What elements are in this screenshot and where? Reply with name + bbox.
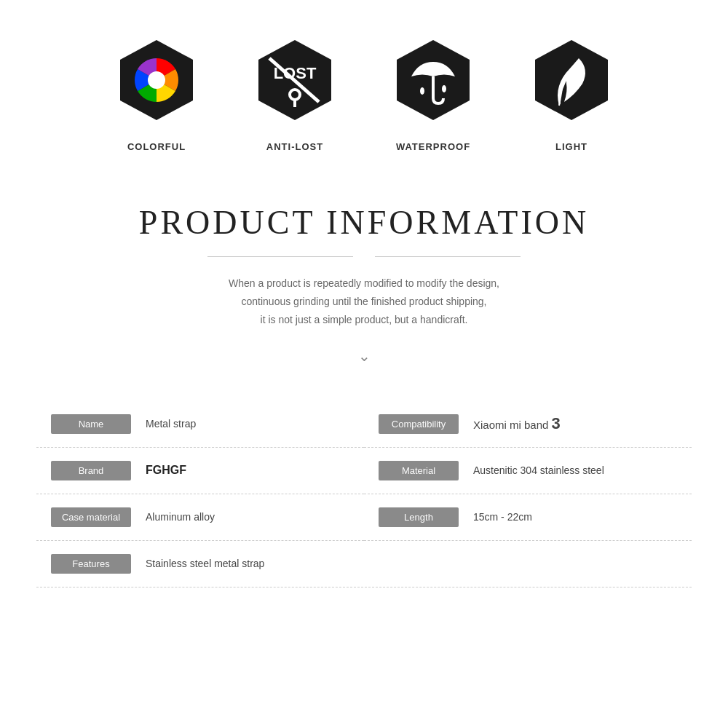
product-info-section: PRODUCT INFORMATION When a product is re…: [15, 181, 713, 394]
spec-value-name: Metal strap: [146, 418, 349, 430]
waterproof-icon: [386, 36, 480, 131]
svg-point-1: [148, 71, 165, 89]
svg-point-9: [420, 87, 424, 95]
colorful-icon: [109, 36, 204, 131]
anti-lost-icon: LOST: [248, 36, 342, 131]
spec-label-compatibility: Compatibility: [379, 414, 459, 434]
svg-point-10: [442, 85, 446, 92]
chevron-down-icon: ⌄: [44, 347, 684, 365]
spec-label-brand: Brand: [51, 461, 131, 480]
spec-label-case-material: Case material: [51, 507, 131, 527]
specs-grid: Name Metal strap Compatibility Xiaomi mi…: [36, 401, 692, 587]
spec-row-name: Name Metal strap: [36, 401, 364, 448]
specs-table: Name Metal strap Compatibility Xiaomi mi…: [15, 394, 713, 609]
spec-value-material: Austenitic 304 stainless steel: [473, 464, 677, 476]
spec-label-name: Name: [51, 414, 131, 434]
features-row: COLORFUL LOST ANTI-LOST: [15, 22, 713, 181]
spec-label-material: Material: [379, 461, 459, 480]
spec-value-length: 15cm - 22cm: [473, 511, 677, 523]
spec-row-features: Features Stainless steel metal strap: [36, 541, 692, 587]
spec-row-brand: Brand FGHGF: [36, 448, 364, 494]
waterproof-label: WATERPROOF: [396, 141, 470, 152]
spec-label-features: Features: [51, 554, 131, 574]
spec-row-case-material: Case material Aluminum alloy: [36, 494, 364, 541]
product-info-title: PRODUCT INFORMATION: [44, 203, 684, 242]
light-icon: [524, 36, 619, 131]
spec-row-compatibility: Compatibility Xiaomi mi band 3: [364, 401, 692, 448]
colorful-label: COLORFUL: [127, 141, 186, 152]
divider-left: [207, 256, 353, 257]
spec-value-case-material: Aluminum alloy: [146, 511, 349, 523]
feature-light: LIGHT: [524, 36, 619, 152]
spec-value-features: Stainless steel metal strap: [146, 558, 677, 569]
spec-value-compatibility: Xiaomi mi band 3: [473, 414, 677, 433]
spec-row-length: Length 15cm - 22cm: [364, 494, 692, 541]
product-description: When a product is repeatedly modified to…: [182, 274, 546, 330]
band-number: 3: [552, 414, 561, 432]
spec-value-brand: FGHGF: [146, 464, 349, 477]
spec-label-length: Length: [379, 507, 459, 527]
feature-colorful: COLORFUL: [109, 36, 204, 152]
divider-right: [375, 256, 521, 257]
anti-lost-label: ANTI-LOST: [266, 141, 323, 152]
feature-waterproof: WATERPROOF: [386, 36, 480, 152]
light-label: LIGHT: [555, 141, 587, 152]
feature-anti-lost: LOST ANTI-LOST: [248, 36, 342, 152]
spec-row-material: Material Austenitic 304 stainless steel: [364, 448, 692, 494]
page: COLORFUL LOST ANTI-LOST: [0, 0, 728, 631]
divider-container: [44, 256, 684, 257]
